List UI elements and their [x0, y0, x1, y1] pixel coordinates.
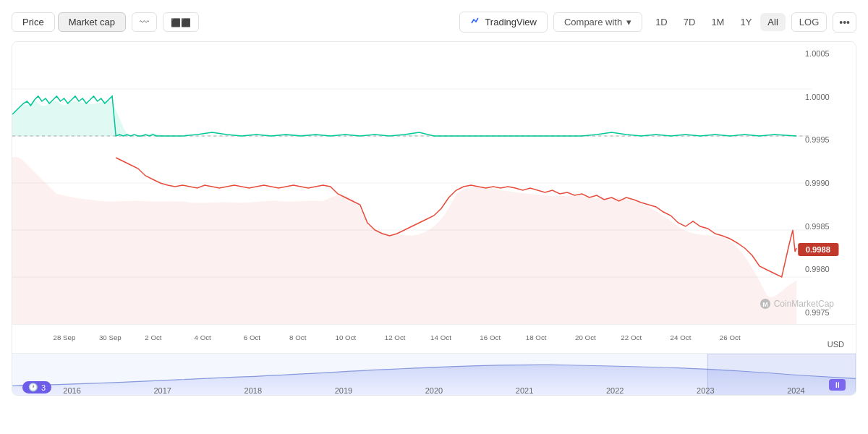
- period-1m[interactable]: 1M: [704, 13, 731, 31]
- period-all[interactable]: All: [760, 13, 785, 31]
- main-chart-svg: 0.9988: [12, 42, 856, 324]
- svg-text:6 Oct: 6 Oct: [244, 333, 261, 341]
- mini-label-2016: 2016: [63, 386, 80, 395]
- marketcap-button[interactable]: Market cap: [58, 12, 126, 32]
- chart-wrapper: 0.9988 1.0005 1.0000 0.9995 0.9990 0.998…: [12, 41, 856, 396]
- svg-text:2 Oct: 2 Oct: [145, 333, 162, 341]
- price-button[interactable]: Price: [12, 12, 55, 32]
- pause-button[interactable]: ⏸: [829, 379, 846, 391]
- y-label-2: 1.0000: [805, 93, 848, 101]
- chart-type-group: Price Market cap: [12, 12, 126, 32]
- line-chart-button[interactable]: 〰: [132, 12, 157, 32]
- mini-label-2023: 2023: [697, 386, 714, 395]
- svg-text:14 Oct: 14 Oct: [430, 333, 451, 341]
- svg-text:10 Oct: 10 Oct: [335, 333, 356, 341]
- clock-icon: 🕐: [28, 383, 38, 392]
- pause-icon: ⏸: [833, 380, 841, 389]
- y-label-3: 0.9995: [805, 135, 848, 144]
- svg-text:18 Oct: 18 Oct: [526, 333, 547, 341]
- x-axis-svg: 28 Sep 30 Sep 2 Oct 4 Oct 6 Oct 8 Oct 10…: [12, 325, 856, 353]
- tradingview-button[interactable]: TradingView: [459, 12, 548, 33]
- candle-chart-button[interactable]: ⬛⬛: [163, 12, 199, 32]
- svg-text:22 Oct: 22 Oct: [621, 333, 642, 341]
- tradingview-icon: [470, 16, 480, 28]
- main-container: Price Market cap 〰 ⬛⬛ TradingView Compar…: [0, 0, 868, 434]
- x-axis-bar: 28 Sep 30 Sep 2 Oct 4 Oct 6 Oct 8 Oct 10…: [12, 324, 856, 353]
- history-badge[interactable]: 🕐 3: [22, 381, 51, 393]
- period-7d[interactable]: 7D: [676, 13, 703, 31]
- main-chart-area: 0.9988 1.0005 1.0000 0.9995 0.9990 0.998…: [12, 42, 856, 324]
- period-1y[interactable]: 1Y: [733, 13, 759, 31]
- svg-text:26 Oct: 26 Oct: [720, 333, 741, 341]
- toolbar: Price Market cap 〰 ⬛⬛ TradingView Compar…: [12, 12, 856, 33]
- period-1d[interactable]: 1D: [648, 13, 675, 31]
- tradingview-label: TradingView: [485, 17, 537, 27]
- svg-text:M: M: [762, 301, 768, 308]
- more-button[interactable]: •••: [833, 12, 856, 33]
- log-button[interactable]: LOG: [791, 12, 827, 32]
- y-label-4: 0.9990: [805, 179, 848, 187]
- y-label-5: 0.9985: [805, 222, 848, 231]
- svg-text:12 Oct: 12 Oct: [385, 333, 406, 341]
- mini-x-labels: 2016 2017 2018 2019 2020 2021 2022 2023 …: [12, 386, 856, 395]
- mini-label-2024: 2024: [787, 386, 804, 395]
- candle-icon: ⬛⬛: [171, 18, 191, 27]
- mini-label-2022: 2022: [606, 386, 624, 395]
- mini-label-2019: 2019: [335, 386, 352, 395]
- mini-chart-area: 2016 2017 2018 2019 2020 2021 2022 2023 …: [12, 353, 856, 396]
- mini-label-2018: 2018: [244, 386, 262, 395]
- watermark: M CoinMarketCap: [760, 298, 834, 310]
- chevron-down-icon: ▾: [626, 17, 631, 27]
- mini-label-2020: 2020: [425, 386, 443, 395]
- y-label-1: 1.0005: [805, 49, 848, 58]
- mini-label-2017: 2017: [153, 386, 171, 395]
- svg-text:4 Oct: 4 Oct: [195, 333, 212, 341]
- more-icon: •••: [839, 17, 850, 28]
- compare-label: Compare with: [564, 17, 622, 27]
- compare-button[interactable]: Compare with ▾: [553, 12, 642, 32]
- line-icon: 〰: [140, 17, 149, 27]
- y-label-6: 0.9980: [805, 265, 848, 273]
- y-axis-labels: 1.0005 1.0000 0.9995 0.9990 0.9985 0.998…: [805, 42, 848, 324]
- svg-text:20 Oct: 20 Oct: [575, 333, 596, 341]
- svg-text:16 Oct: 16 Oct: [480, 333, 501, 341]
- watermark-text: CoinMarketCap: [774, 299, 834, 309]
- svg-text:24 Oct: 24 Oct: [671, 333, 692, 341]
- mini-label-2021: 2021: [516, 386, 533, 395]
- svg-text:8 Oct: 8 Oct: [289, 333, 307, 341]
- svg-text:28 Sep: 28 Sep: [54, 333, 76, 341]
- history-count: 3: [41, 383, 46, 392]
- svg-text:30 Sep: 30 Sep: [99, 333, 122, 341]
- usd-label: USD: [827, 340, 844, 349]
- period-group: 1D 7D 1M 1Y All: [648, 13, 786, 31]
